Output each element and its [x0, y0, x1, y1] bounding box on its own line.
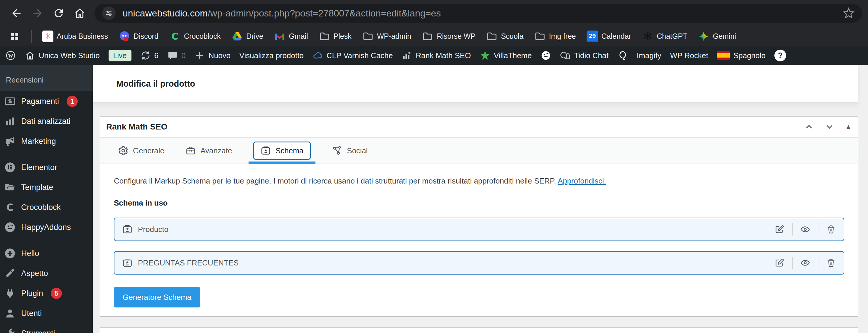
bookmark-folder-wp-admin[interactable]: WP-admin	[362, 31, 411, 42]
sidebar-item-label: Hello	[21, 249, 39, 258]
sidebar-item-marketing[interactable]: Marketing	[0, 131, 93, 151]
collapse-toggle-button[interactable]: ▲	[845, 123, 852, 130]
sidebar-item-elementor[interactable]: Elementor	[0, 157, 93, 177]
rank-math-icon	[402, 50, 412, 61]
apps-grid-button[interactable]	[9, 31, 21, 42]
submenu-item-attributi[interactable]: Attributi	[6, 65, 32, 67]
preview-schema-button[interactable]	[800, 224, 810, 234]
schema-name: Producto	[138, 225, 168, 234]
sidebar-item-utenti[interactable]: Utenti	[0, 303, 93, 323]
bookmark-label: Img free	[549, 32, 576, 40]
tab-schema[interactable]: Schema	[253, 142, 311, 160]
tab-generale[interactable]: Generale	[118, 145, 164, 156]
sidebar-item-plugin[interactable]: Plugin 5	[0, 283, 93, 303]
sidebar-item-crocoblock[interactable]: C Crocoblock	[0, 197, 93, 217]
tab-social[interactable]: Social	[332, 145, 368, 156]
sidebar-item-aspetto[interactable]: Aspetto	[0, 264, 93, 283]
cloud-icon	[312, 50, 323, 61]
sidebar-item-template[interactable]: Template	[0, 177, 93, 197]
comments-menu[interactable]: 0	[167, 50, 185, 61]
url-domain: unicawebstudio.com	[123, 8, 208, 19]
tab-avanzate[interactable]: Avanzate	[185, 145, 232, 156]
site-name-menu[interactable]: Unica Web Studio	[25, 50, 100, 61]
new-content-menu[interactable]: Nuovo	[194, 50, 230, 61]
learn-more-link[interactable]: Approfondisci.	[558, 177, 606, 185]
delete-schema-button[interactable]	[826, 224, 836, 234]
sidebar-item-pagamenti[interactable]: Pagamenti 1	[0, 91, 93, 111]
edit-schema-button[interactable]	[774, 258, 784, 268]
schema-card-icon	[122, 224, 133, 235]
back-button[interactable]	[6, 3, 27, 24]
language-menu[interactable]: Spagnolo	[717, 51, 766, 60]
address-bar[interactable]: unicawebstudio.com/wp-admin/post.php?pos…	[94, 4, 862, 23]
bookmarks-bar: ✳ Aruba Business Discord C Crocoblock Dr…	[0, 26, 868, 46]
reload-button[interactable]	[48, 3, 69, 24]
toolbox-icon	[185, 145, 196, 156]
sidebar-item-happyaddons[interactable]: HappyAddons	[0, 217, 93, 237]
metabox-title: Rank Math SEO	[106, 122, 167, 131]
sidebar-item-label: Aspetto	[21, 269, 48, 278]
sidebar-item-label: Pagamenti	[21, 97, 59, 106]
drive-icon	[231, 31, 243, 42]
edit-schema-button[interactable]	[774, 224, 784, 234]
villatheme-menu[interactable]: VillaTheme	[480, 50, 532, 61]
sidebar-item-label: Elementor	[21, 163, 57, 172]
elementor-icon	[4, 161, 16, 173]
comment-count: 0	[181, 51, 185, 60]
preview-schema-button[interactable]	[800, 258, 810, 268]
schema-row-actions	[774, 256, 836, 269]
clp-varnish-menu[interactable]: CLP Varnish Cache	[312, 50, 393, 61]
forward-icon	[31, 7, 44, 20]
bookmark-folder-img-free[interactable]: Img free	[534, 31, 576, 42]
bookmark-calendar[interactable]: 29 Calendar	[587, 31, 631, 42]
imagify-icon-menu[interactable]	[617, 50, 628, 61]
rank-math-label: Rank Math SEO	[416, 51, 471, 60]
happy-face-menu[interactable]	[540, 50, 551, 61]
forward-button[interactable]	[27, 3, 48, 24]
bookmark-label: WP-admin	[377, 32, 411, 40]
metabox-header[interactable]: Rank Math SEO ▲	[100, 117, 858, 137]
updates-menu[interactable]: 6	[140, 50, 158, 61]
bookmark-label: Scuola	[501, 32, 523, 40]
site-settings-icon[interactable]	[102, 6, 116, 20]
bookmark-folder-scuola[interactable]: Scuola	[486, 31, 523, 42]
sidebar-item-hello[interactable]: Hello	[0, 243, 93, 264]
schema-description: Configura il Markup Schema per le tue pa…	[114, 177, 844, 186]
home-button[interactable]	[69, 3, 90, 24]
villatheme-label: VillaTheme	[494, 51, 532, 60]
payments-icon	[4, 95, 16, 107]
move-up-button[interactable]	[804, 122, 814, 132]
move-down-button[interactable]	[824, 122, 835, 132]
schema-in-use-heading: Schema in uso	[114, 199, 844, 208]
metabox-controls: ▲	[804, 122, 852, 132]
bookmark-folder-plesk[interactable]: Plesk	[319, 31, 351, 42]
rank-math-menu[interactable]: Rank Math SEO	[402, 50, 471, 61]
view-product-link[interactable]: Visualizza prodotto	[240, 51, 304, 60]
tidio-chat-menu[interactable]: Tidio Chat	[560, 50, 609, 61]
bookmark-gmail[interactable]: Gmail	[274, 31, 308, 42]
bookmark-aruba-business[interactable]: ✳ Aruba Business	[42, 31, 108, 42]
bookmark-drive[interactable]: Drive	[231, 31, 263, 42]
sidebar-item-strumenti[interactable]: Strumenti	[0, 323, 93, 333]
wp-logo-menu[interactable]: W	[5, 50, 16, 61]
bookmark-gemini[interactable]: Gemini	[698, 31, 736, 42]
sidebar-item-label: Strumenti	[21, 329, 55, 333]
aruba-icon: ✳	[42, 31, 53, 42]
url-text: unicawebstudio.com/wp-admin/post.php?pos…	[123, 8, 441, 19]
delete-schema-button[interactable]	[826, 258, 836, 268]
bookmark-label: Plesk	[334, 32, 351, 40]
wp-rocket-menu[interactable]: WP Rocket	[670, 51, 708, 60]
submenu-item-recensioni[interactable]: Recensioni	[6, 75, 44, 85]
schema-card-icon	[260, 145, 271, 156]
next-metabox-partial	[100, 327, 858, 333]
imagify-menu[interactable]: Imagify	[637, 51, 661, 60]
schema-generator-button[interactable]: Generatore Schema	[114, 287, 200, 307]
help-menu[interactable]: ?	[774, 50, 786, 61]
bookmark-crocoblock[interactable]: C Crocoblock	[169, 31, 221, 42]
bookmark-chatgpt[interactable]: ✻ ChatGPT	[642, 31, 687, 42]
sidebar-item-dati-analizzati[interactable]: Dati analizzati	[0, 111, 93, 131]
bookmark-discord[interactable]: Discord	[119, 31, 158, 42]
gmail-icon	[274, 31, 285, 42]
bookmark-star-button[interactable]	[843, 7, 855, 19]
bookmark-folder-risorse-wp[interactable]: Risorse WP	[422, 31, 475, 42]
